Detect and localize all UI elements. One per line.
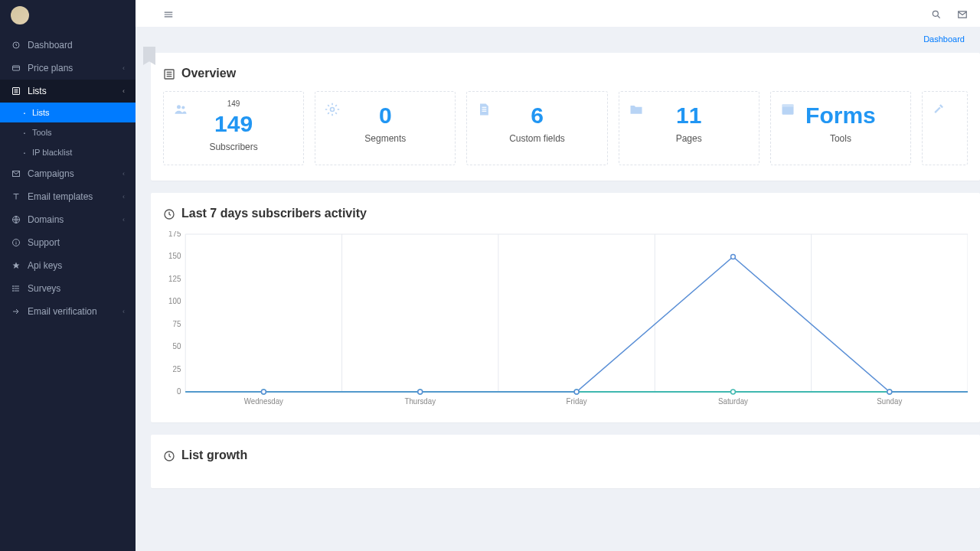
svg-point-25 (181, 106, 185, 109)
stat-subscribers[interactable]: 149149Subscribers (163, 91, 304, 165)
folder-icon (629, 99, 644, 117)
content: Dashboard Overview 149149Subscribers0Seg… (136, 27, 980, 551)
sidebar-item-domains[interactable]: Domains‹ (0, 208, 136, 231)
stat-tools[interactable]: FormsTools (770, 91, 911, 165)
list2-icon (11, 284, 21, 293)
sidebar-subitem-tools[interactable]: Tools (0, 122, 136, 142)
stat-segments[interactable]: 0Segments (315, 91, 456, 165)
sidebar-item-label: Lists (28, 86, 122, 96)
sidebar-item-label: Surveys (28, 283, 125, 294)
sidebar-item-api-keys[interactable]: Api keys (0, 254, 136, 277)
sidebar: DashboardPrice plans‹Lists‹ListsToolsIP … (0, 0, 136, 551)
svg-point-60 (574, 390, 579, 394)
chevron-icon: ‹ (122, 216, 125, 223)
svg-point-26 (331, 107, 335, 111)
svg-text:150: 150 (168, 252, 181, 260)
svg-point-58 (261, 390, 266, 394)
sidebar-item-label: Email templates (28, 191, 122, 202)
sidebar-nav: DashboardPrice plans‹Lists‹ListsToolsIP … (0, 34, 136, 323)
sidebar-item-label: Campaigns (28, 168, 122, 179)
sidebar-item-price-plans[interactable]: Price plans‹ (0, 57, 136, 80)
gear-icon (325, 99, 340, 117)
svg-text:Friday: Friday (567, 397, 587, 406)
svg-rect-31 (782, 104, 793, 106)
svg-text:Wednesday: Wednesday (244, 397, 283, 406)
sidebar-item-email-templates[interactable]: Email templates‹ (0, 185, 136, 208)
svg-rect-11 (16, 243, 17, 245)
growth-card: List growth (151, 435, 980, 488)
breadcrumb[interactable]: Dashboard (136, 27, 980, 47)
svg-rect-29 (482, 110, 487, 111)
svg-rect-28 (482, 109, 487, 109)
svg-point-15 (13, 286, 14, 287)
sidebar-item-email-verification[interactable]: Email verification‹ (0, 300, 136, 323)
svg-line-19 (938, 15, 940, 18)
svg-rect-27 (482, 106, 487, 107)
topbar (136, 0, 980, 27)
svg-text:75: 75 (173, 320, 181, 328)
svg-text:Thursday: Thursday (404, 397, 436, 406)
svg-text:100: 100 (168, 297, 181, 305)
svg-point-62 (887, 390, 892, 394)
sidebar-item-campaigns[interactable]: Campaigns‹ (0, 162, 136, 185)
sidebar-subitem-ip-blacklist[interactable]: IP blacklist (0, 142, 136, 162)
envelope-icon (11, 169, 21, 178)
search-icon[interactable] (931, 7, 942, 19)
stat-value: 6 (479, 103, 594, 129)
stat-custom-fields[interactable]: 6Custom fields (466, 91, 607, 165)
bookmark-icon (143, 47, 155, 65)
svg-text:0: 0 (177, 387, 181, 396)
globe-icon (11, 215, 21, 224)
sidebar-item-support[interactable]: Support (0, 231, 136, 254)
stat-label: Subscribers (176, 142, 291, 152)
sidebar-item-label: Price plans (28, 63, 122, 73)
sidebar-item-label: Api keys (28, 260, 125, 271)
sidebar-header (0, 0, 136, 34)
svg-text:125: 125 (168, 275, 181, 283)
svg-point-56 (731, 390, 736, 394)
sidebar-item-label: Dashboard (28, 40, 125, 51)
clock-icon (11, 41, 21, 50)
users-icon (173, 99, 188, 117)
card-icon (11, 64, 21, 73)
stat-partial[interactable] (922, 91, 968, 165)
svg-text:Sunday: Sunday (877, 397, 902, 406)
svg-point-59 (418, 390, 423, 394)
chevron-icon: ‹ (122, 193, 125, 201)
sidebar-item-surveys[interactable]: Surveys (0, 277, 136, 300)
sidebar-item-dashboard[interactable]: Dashboard (0, 34, 136, 57)
svg-point-18 (933, 11, 938, 16)
star-icon (11, 261, 21, 270)
file-icon (476, 99, 492, 117)
sidebar-item-lists[interactable]: Lists‹ (0, 80, 136, 103)
sidebar-item-label: Domains (28, 214, 122, 225)
svg-text:50: 50 (173, 342, 181, 350)
stat-pages[interactable]: 11Pages (619, 91, 760, 165)
svg-text:25: 25 (173, 364, 181, 373)
clock-icon (163, 448, 175, 462)
sidebar-subitem-lists[interactable]: Lists (0, 103, 136, 122)
info-icon (11, 238, 21, 247)
menu-toggle-icon[interactable] (163, 7, 174, 19)
hammer-icon (932, 99, 947, 117)
stat-badge: 149 (176, 99, 291, 108)
overview-title: Overview (163, 67, 968, 80)
chevron-icon: ‹ (122, 308, 125, 315)
mail-icon[interactable] (957, 7, 968, 19)
text-icon (11, 192, 21, 201)
chevron-icon: ‹ (122, 170, 125, 178)
share-icon (11, 307, 21, 316)
stat-label: Custom fields (479, 133, 594, 144)
stat-value: 11 (632, 103, 746, 129)
svg-point-24 (177, 105, 181, 109)
chevron-icon: ‹ (122, 64, 125, 72)
stat-value: 0 (328, 103, 443, 129)
stats-row: 149149Subscribers0Segments6Custom fields… (163, 91, 968, 165)
clock-icon (163, 207, 175, 220)
activity-title: Last 7 days subscribers activity (163, 207, 968, 220)
activity-chart: 0255075100125150175WednesdayThursdayFrid… (163, 231, 968, 407)
svg-point-61 (731, 254, 736, 259)
window-icon (780, 99, 795, 117)
avatar[interactable] (11, 6, 29, 24)
svg-text:175: 175 (168, 231, 181, 238)
